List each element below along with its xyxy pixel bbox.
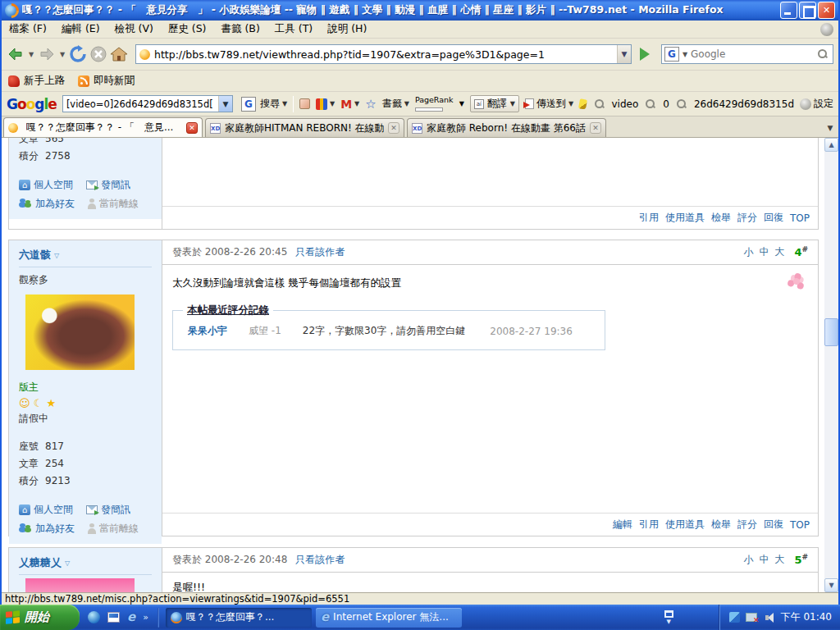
link-add-friend[interactable]: 加為好友 <box>19 197 75 211</box>
go-button[interactable] <box>634 44 655 64</box>
font-size-small[interactable]: 小 <box>743 553 753 567</box>
search-box[interactable]: G ▼ <box>661 44 833 64</box>
home-button[interactable] <box>110 42 128 66</box>
translate-button[interactable]: aí 翻譯 ▼ <box>470 95 519 112</box>
avatar-image[interactable] <box>25 294 135 370</box>
gmail-button[interactable]: M ▼ <box>340 98 359 111</box>
tab-close-icon[interactable]: ✕ <box>186 122 198 134</box>
menu-edit[interactable]: 編輯 (E) <box>54 21 107 38</box>
chevron-down-icon[interactable]: ▼ <box>459 100 464 107</box>
action-rate[interactable]: 評分 <box>737 211 757 225</box>
action-report[interactable]: 檢舉 <box>711 518 731 532</box>
action-reply[interactable]: 回復 <box>764 518 783 532</box>
maximize-button[interactable] <box>799 2 816 19</box>
forward-dropdown[interactable]: ▼ <box>58 51 66 58</box>
author-dropdown-icon[interactable]: ▽ <box>54 252 59 259</box>
quick-launch-more[interactable]: » <box>143 612 148 623</box>
word-find-0[interactable]: 0 <box>644 98 669 110</box>
link-send-message[interactable]: 發簡訊 <box>86 178 130 192</box>
minimize-button[interactable] <box>780 2 797 19</box>
action-reply[interactable]: 回復 <box>764 211 783 225</box>
highlighter-icon[interactable] <box>578 98 587 109</box>
link-personal-space[interactable]: ⌂個人空間 <box>19 503 73 517</box>
reload-button[interactable] <box>69 42 87 66</box>
action-top[interactable]: TOP <box>790 519 810 531</box>
quick-launch-ie-icon[interactable]: e <box>127 611 135 623</box>
url-dropdown[interactable]: ▼ <box>617 45 631 63</box>
google-apps-button[interactable]: ▼ <box>316 98 335 110</box>
author-name[interactable]: 六道骸 <box>19 248 51 262</box>
link-personal-space[interactable]: ⌂個人空間 <box>19 178 73 192</box>
bookmark-getting-started[interactable]: 新手上路 <box>8 74 65 88</box>
floor-number[interactable]: 4# <box>794 245 808 258</box>
menu-history[interactable]: 歷史 (S) <box>161 21 214 38</box>
font-size-large[interactable]: 大 <box>774 553 784 567</box>
only-author-link[interactable]: 只看該作者 <box>295 245 345 259</box>
close-button[interactable]: ✕ <box>818 2 835 19</box>
author-name[interactable]: 乂糖糖乂 <box>19 555 62 570</box>
google-search-button[interactable]: G 搜尋 ▼ <box>239 97 287 112</box>
google-query-input[interactable] <box>63 98 218 111</box>
action-use-item[interactable]: 使用道具 <box>665 518 705 532</box>
start-button[interactable]: 開始 <box>0 605 80 630</box>
tab-list-dropdown[interactable]: ▼ <box>824 120 837 136</box>
google-query-dropdown[interactable]: ▼ <box>218 96 232 112</box>
font-size-large[interactable]: 大 <box>774 245 784 259</box>
back-button[interactable] <box>7 42 25 66</box>
google-g-icon[interactable]: G <box>664 47 679 62</box>
floor-number[interactable]: 5# <box>794 553 808 566</box>
search-input[interactable] <box>689 48 816 61</box>
action-use-item[interactable]: 使用道具 <box>665 211 705 225</box>
word-find-video[interactable]: video <box>593 98 639 110</box>
font-size-medium[interactable]: 中 <box>759 245 769 259</box>
action-quote[interactable]: 引用 <box>639 518 659 532</box>
url-text[interactable]: http://bbs.tw789.net/viewthread.php?tid=… <box>154 48 617 61</box>
bookmark-star-icon[interactable]: ☆ <box>365 97 376 112</box>
tab-reborn-2[interactable]: XD 家庭教師 Reborn! 在線動畫 第66話 -... ✕ <box>407 118 606 137</box>
scrollbar-thumb[interactable] <box>824 318 838 346</box>
quick-launch-sphere-icon[interactable] <box>88 611 100 623</box>
action-top[interactable]: TOP <box>790 212 810 224</box>
task-internet-explorer[interactable]: e Internet Explorer 無法... <box>316 608 462 628</box>
vertical-scrollbar[interactable]: ▲ ▼ <box>824 138 838 592</box>
stop-button[interactable] <box>89 42 107 66</box>
word-find-hash[interactable]: 26d6429d69d8315d <box>675 98 794 110</box>
scroll-up-icon[interactable]: ▲ <box>824 138 838 152</box>
send-to-button[interactable]: 傳送到 ▼ <box>525 97 573 111</box>
action-quote[interactable]: 引用 <box>639 211 659 225</box>
google-bookmarks-button[interactable]: 書籤 ▼ <box>382 97 409 111</box>
author-dropdown-icon[interactable]: ▽ <box>65 559 70 567</box>
photos-icon[interactable] <box>299 98 310 109</box>
chevron-down-icon[interactable]: ▼ <box>282 100 287 107</box>
search-magnifier-icon[interactable] <box>818 49 828 59</box>
tray-network-offline-icon[interactable] <box>746 613 757 622</box>
tab-reborn-1[interactable]: XD 家庭教師HITMAN REBORN! 在線動... ✕ <box>205 118 404 137</box>
tray-messenger-icon[interactable] <box>729 612 740 623</box>
link-send-message[interactable]: 發簡訊 <box>86 503 130 517</box>
scroll-down-icon[interactable]: ▼ <box>824 578 838 592</box>
google-search-field[interactable]: ▼ <box>62 95 233 112</box>
menu-file[interactable]: 檔案 (F) <box>2 21 54 38</box>
action-edit[interactable]: 編輯 <box>613 518 632 532</box>
task-firefox[interactable]: 嘎？？怎麼回事？... <box>166 608 312 628</box>
pagerank-button[interactable]: PageRank <box>415 96 454 112</box>
action-rate[interactable]: 評分 <box>737 518 757 532</box>
link-add-friend[interactable]: 加為好友 <box>19 522 75 536</box>
only-author-link[interactable]: 只看該作者 <box>295 553 345 567</box>
tab-close-icon[interactable]: ✕ <box>388 122 399 134</box>
toolbar-settings-button[interactable]: 設定 <box>800 97 833 111</box>
tab-close-icon[interactable]: ✕ <box>590 122 601 134</box>
font-size-small[interactable]: 小 <box>743 245 753 259</box>
menu-view[interactable]: 檢視 (V) <box>107 21 161 38</box>
quick-launch-mail-icon[interactable] <box>107 612 120 623</box>
back-dropdown[interactable]: ▼ <box>27 51 35 58</box>
url-bar[interactable]: http://bbs.tw789.net/viewthread.php?tid=… <box>135 44 632 64</box>
collapsed-toolbar[interactable]: ▼ <box>664 610 673 625</box>
tray-volume-icon[interactable] <box>763 613 774 623</box>
forward-button[interactable] <box>38 42 56 66</box>
bookmark-latest-news[interactable]: 即時新聞 <box>78 74 135 88</box>
search-engine-dropdown[interactable]: ▼ <box>681 51 689 58</box>
menu-tools[interactable]: 工具 (T) <box>267 21 320 38</box>
rating-user[interactable]: 呆呆小宇 <box>188 324 227 338</box>
font-size-medium[interactable]: 中 <box>759 553 769 567</box>
